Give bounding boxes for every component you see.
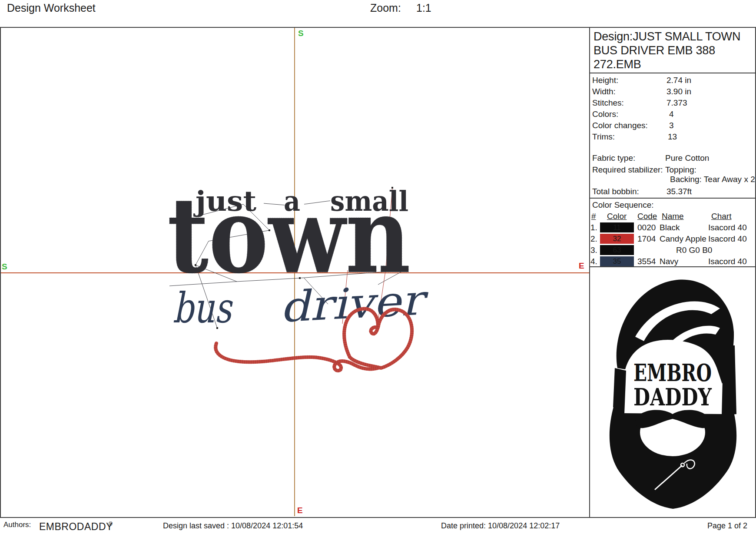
separator-title [590,73,755,73]
info-value: 4 [669,109,674,119]
color-code: 1704 [637,234,656,244]
fabric-type-value: Pure Cotton [665,153,709,163]
page-number: Page 1 of 2 [707,521,747,531]
stabilizer-label: Required stabilizer: [592,165,663,175]
info-value: 13 [668,132,677,142]
start-marker-top: S [298,29,304,38]
info-label: Colors: [592,109,618,119]
column-header-num: # [591,212,596,221]
svg-text:bus: bus [173,284,233,332]
design-file-name: Design:JUST SMALL TOWN BUS DRIVER EMB 38… [594,30,746,71]
authors-value: EMBRODADDY [39,521,113,533]
column-header-name: Name [662,212,684,221]
fabric-type-label: Fabric type: [592,153,635,163]
color-code: 3554 [637,257,656,266]
color-name: Candy Apple [660,234,706,244]
bobbin-value: 35.37ft [666,187,692,196]
last-saved-text: Design last saved : 10/08/2024 12:01:54 [163,521,303,531]
zoom-label: Zoom: [370,2,401,14]
color-name: Black [660,223,680,232]
info-label: Width: [592,87,616,96]
stabilizer-backing: Backing: Tear Away x 2 [670,175,755,184]
info-label: Height: [592,76,618,85]
column-header-code: Code [637,212,657,221]
embrodaddy-logo: EMBRO DADDY [590,267,755,516]
separator-info [590,198,755,199]
date-printed-text: Date printed: 10/08/2024 12:02:17 [441,521,560,531]
column-header-chart: Chart [711,212,731,221]
color-row-num: 2. [590,234,597,244]
color-row-num: 1. [590,223,597,232]
info-label: Stitches: [592,98,624,108]
bobbin-label: Total bobbin: [592,187,639,196]
info-value: 3 [669,121,674,130]
svg-text:EMBRO: EMBRO [633,359,712,387]
end-marker-right: E [579,261,584,271]
zoom-value: 1:1 [416,2,431,14]
color-swatch: 11 [600,222,634,232]
info-value: 3.90 in [666,87,691,96]
end-marker-bottom: E [297,506,303,515]
start-marker-left: S [2,262,7,272]
page-title: Design Worksheet [7,2,96,14]
color-swatch: 63 [600,245,634,255]
info-value: 2.74 in [666,76,691,85]
info-value: 7.373 [666,98,687,108]
color-code: 0020 [637,223,656,232]
logo-text: EMBRO DADDY [633,359,712,411]
color-swatch: 35 [600,256,634,266]
svg-text:driver: driver [279,275,430,332]
info-label: Trims: [592,132,615,142]
heart-swirl-stitch [216,343,379,371]
color-swatch: 32 [600,234,634,244]
svg-text:DADDY: DADDY [633,383,712,411]
color-sequence-title: Color Sequence: [592,200,654,210]
column-header-color: Color [607,212,627,221]
color-row-num: 3. [590,245,597,255]
color-name: Navy [660,257,678,266]
color-name: R0 G0 B0 [676,245,712,255]
registered-mark: ® [109,521,113,527]
color-chart: Isacord 40 [708,257,747,266]
embroidery-design-preview: just a small town town bus driver [152,161,430,378]
authors-label: Authors: [3,521,31,529]
color-chart: Isacord 40 [708,223,747,232]
design-text-script: bus driver [173,275,431,332]
info-label: Color changes: [592,121,648,130]
color-row-num: 4. [590,257,597,266]
color-chart: Isacord 40 [708,234,747,244]
stabilizer-topping: Topping: [665,165,696,175]
